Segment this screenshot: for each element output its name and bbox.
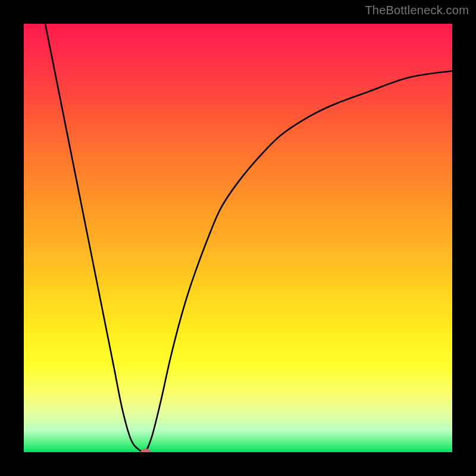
watermark-text: TheBottleneck.com <box>365 4 469 17</box>
minimum-marker <box>140 449 151 452</box>
plot-area <box>24 24 452 452</box>
curve-svg <box>24 24 452 452</box>
curve-left-branch <box>45 24 146 452</box>
chart-frame: TheBottleneck.com <box>0 0 476 476</box>
curve-right-branch <box>146 71 452 452</box>
